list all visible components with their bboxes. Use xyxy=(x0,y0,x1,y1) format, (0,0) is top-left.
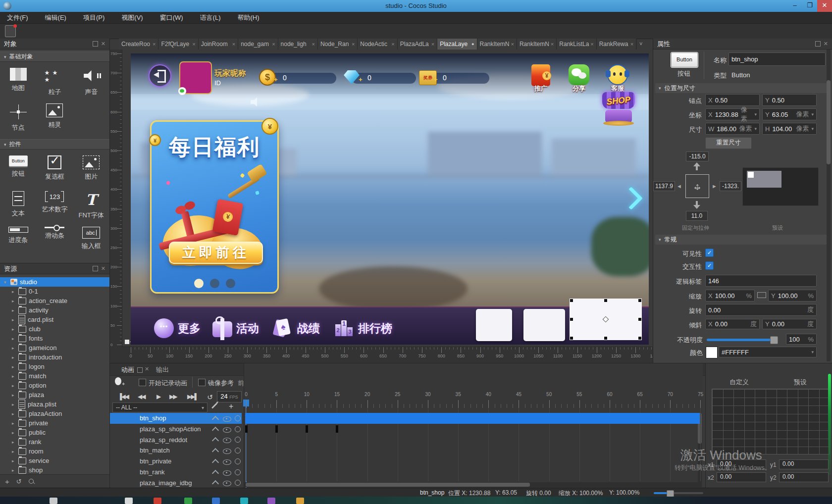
go-first-frame-button[interactable]: ▐◀◀ xyxy=(118,393,128,400)
opacity-input[interactable]: 100% xyxy=(786,334,817,345)
close-tab-icon[interactable]: × xyxy=(192,41,195,47)
layer-row[interactable]: plaza_sp_reddot xyxy=(110,434,242,445)
add-resource-icon[interactable]: + xyxy=(5,477,9,486)
keyframe-marker[interactable] xyxy=(336,425,338,433)
stretch-down-arrow-icon[interactable] xyxy=(693,205,700,209)
avatar[interactable] xyxy=(179,61,212,94)
layer-filter-select[interactable]: -- ALL --▾ xyxy=(112,403,208,412)
close-tab-icon[interactable]: × xyxy=(551,41,554,47)
anchor-y-input[interactable]: Y0.50 xyxy=(762,94,817,106)
object-item-button[interactable]: Button按钮 xyxy=(0,152,37,188)
mirror-checkbox[interactable] xyxy=(198,379,206,386)
menu-gift[interactable]: 活动 xyxy=(212,317,259,339)
lock-toggle-icon[interactable] xyxy=(235,480,241,486)
taskbar-icon[interactable] xyxy=(212,498,220,504)
lock-toggle-icon[interactable] xyxy=(235,415,241,421)
object-item-image[interactable]: 图片 xyxy=(73,152,109,188)
document-tab[interactable]: RankListLa× xyxy=(557,39,596,50)
visibility-toggle-icon[interactable] xyxy=(223,438,231,443)
add-animation-icon[interactable]: + xyxy=(229,402,233,411)
menu-item[interactable]: 文件(F) xyxy=(7,13,28,22)
keyframe-marker[interactable] xyxy=(306,425,308,433)
general-section[interactable]: ▾ 常规 xyxy=(655,235,831,245)
timeline-selected-bar[interactable] xyxy=(245,413,700,424)
menu-item[interactable]: 语言(L) xyxy=(200,13,221,22)
expander-icon[interactable]: ▸ xyxy=(12,346,16,351)
tree-item[interactable]: ▸club xyxy=(0,324,110,334)
undock-icon[interactable] xyxy=(815,41,821,47)
document-tab[interactable]: RankRewa× xyxy=(597,39,636,50)
selection-handle[interactable] xyxy=(638,317,642,321)
object-item-map[interactable]: 地图 xyxy=(0,65,37,101)
expander-icon[interactable]: ▸ xyxy=(12,327,16,332)
object-item-particle[interactable]: ★ ★ ★粒子 xyxy=(37,65,73,101)
close-tab-icon[interactable]: × xyxy=(630,41,633,47)
skew-y-input[interactable]: Y0.00度 xyxy=(762,319,817,329)
tree-item[interactable]: ▸introduction xyxy=(0,353,110,362)
tag-input[interactable]: 146 xyxy=(705,275,817,287)
object-item-node[interactable]: 节点 xyxy=(0,101,37,136)
expander-icon[interactable]: ▸ xyxy=(12,299,16,303)
canvas-origin-marker[interactable] xyxy=(125,340,129,344)
maximize-button[interactable]: ❐ xyxy=(802,0,817,12)
taskbar-icon[interactable] xyxy=(296,498,304,504)
visibility-toggle-icon[interactable] xyxy=(223,449,231,454)
tree-item[interactable]: ▸fonts xyxy=(0,334,110,343)
document-tab[interactable]: F2fQrLaye× xyxy=(158,39,198,50)
visibility-toggle-icon[interactable] xyxy=(223,427,231,433)
close-panel-icon[interactable]: ✕ xyxy=(101,42,105,46)
loop-button[interactable]: ↺ xyxy=(207,393,213,401)
layer-row[interactable]: btn_shop xyxy=(110,413,242,424)
y2-input[interactable]: 0.00 xyxy=(779,472,829,482)
lock-toggle-icon[interactable] xyxy=(235,426,241,432)
tab-overflow-icon[interactable]: ˅ xyxy=(639,41,642,47)
selection-handle[interactable] xyxy=(570,317,573,321)
keyframe-marker[interactable] xyxy=(275,425,278,433)
selection-handle[interactable] xyxy=(604,299,608,302)
taskbar-icon[interactable] xyxy=(125,498,133,504)
document-tab[interactable]: RankItemN× xyxy=(477,39,517,50)
expander-icon[interactable]: ▸ xyxy=(12,393,16,398)
expander-icon[interactable]: ▸ xyxy=(12,289,16,294)
selection-handle[interactable] xyxy=(638,299,642,302)
section-header[interactable]: ▾控件 xyxy=(0,139,109,150)
tab-output[interactable]: 输出 xyxy=(156,365,169,374)
tree-item[interactable]: ▸card.plist xyxy=(0,315,110,324)
x2-input[interactable]: 0.00 xyxy=(717,472,766,482)
carousel-dots[interactable] xyxy=(152,279,277,288)
tree-item[interactable]: ▸shop xyxy=(0,465,110,475)
collapse-layer-icon[interactable] xyxy=(212,448,219,455)
tree-item[interactable]: ▸plaza xyxy=(0,390,110,400)
title-bar[interactable]: studio - Cocos Studio – ❐ ✕ xyxy=(0,0,832,12)
scale-y-input[interactable]: Y100.00% xyxy=(768,290,817,302)
name-input[interactable]: btn_shop xyxy=(728,52,826,66)
close-tab-icon[interactable]: × xyxy=(312,41,315,47)
share-button[interactable]: 分享 xyxy=(567,64,591,93)
tree-item[interactable]: ▸private xyxy=(0,418,110,428)
menu-cards[interactable]: 战绩 xyxy=(273,317,320,339)
collapse-layer-icon[interactable] xyxy=(212,480,219,487)
menu-item[interactable]: 项目(P) xyxy=(83,13,104,22)
tree-item[interactable]: ▸action_create xyxy=(0,296,110,305)
selected-btn-shop[interactable] xyxy=(570,299,642,340)
anchor-widget[interactable] xyxy=(685,174,709,198)
tree-item[interactable]: ▸public xyxy=(0,428,110,437)
play-animation-button[interactable]: ▶ xyxy=(156,393,161,400)
collapse-layer-icon[interactable] xyxy=(212,437,219,444)
game-scene[interactable]: 玩家昵称 ID $+0+0奖券+0 推广分享客服 SHOP 每日福利 ¥ ¥ xyxy=(131,53,649,345)
edit-icon[interactable] xyxy=(211,403,217,408)
promo-button[interactable]: 推广 xyxy=(528,64,553,93)
add-currency-button[interactable]: + xyxy=(359,76,363,83)
size-h-input[interactable]: H104.00像素▾ xyxy=(762,123,817,135)
layer-row[interactable]: plaza_sp_shopAction xyxy=(110,424,242,435)
margin-left-input[interactable]: 1137.9 xyxy=(653,181,675,191)
lock-toggle-icon[interactable] xyxy=(235,469,241,475)
record-icon[interactable] xyxy=(115,377,121,385)
color-swatch[interactable] xyxy=(706,347,718,358)
selection-handle[interactable] xyxy=(570,299,573,302)
expander-icon[interactable]: ▸ xyxy=(12,383,16,388)
selection-handle[interactable] xyxy=(570,336,573,340)
visible-checkbox[interactable]: ✓ xyxy=(705,249,714,257)
close-tab-icon[interactable]: × xyxy=(352,41,355,47)
interactive-checkbox[interactable]: ✓ xyxy=(705,261,714,270)
